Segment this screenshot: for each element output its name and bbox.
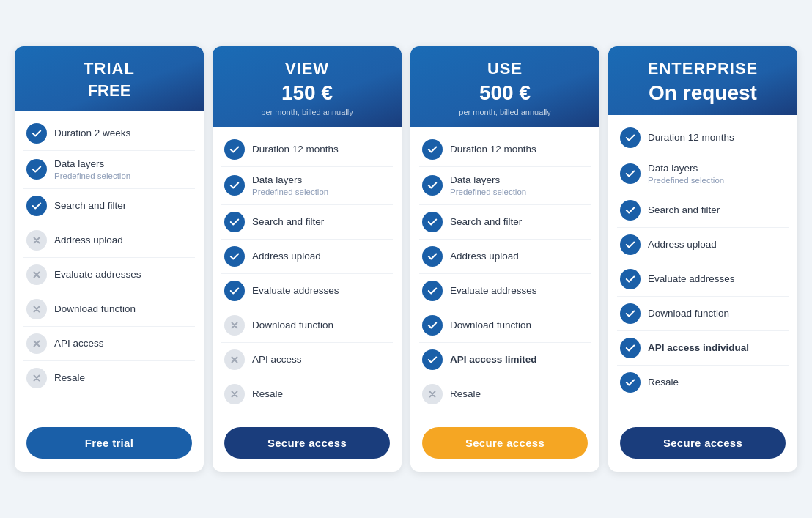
feature-item: Duration 12 months xyxy=(419,133,591,167)
pricing-grid: TRIALFREEDuration 2 weeksData layersPred… xyxy=(15,46,797,471)
check-icon xyxy=(224,281,245,301)
feature-label: Address upload xyxy=(252,250,321,263)
feature-sublabel: Predefined selection xyxy=(648,175,724,186)
feature-label: Evaluate addresses xyxy=(450,284,537,297)
cross-icon xyxy=(26,333,47,354)
footer-use: Secure access xyxy=(410,417,599,472)
check-icon xyxy=(224,246,245,267)
feature-item: API access individual xyxy=(617,331,789,366)
feature-label: Evaluate addresses xyxy=(648,273,735,286)
check-icon xyxy=(620,200,641,221)
cross-icon xyxy=(224,349,245,370)
cross-icon xyxy=(26,299,47,319)
footer-trial: Free trial xyxy=(15,417,204,472)
cta-button-view[interactable]: Secure access xyxy=(224,427,390,459)
plan-price-trial: FREE xyxy=(26,81,192,100)
cta-button-trial[interactable]: Free trial xyxy=(26,427,192,459)
feature-label: Evaluate addresses xyxy=(54,268,141,281)
feature-item: Download function xyxy=(617,297,789,331)
check-icon xyxy=(422,349,443,370)
card-trial: TRIALFREEDuration 2 weeksData layersPred… xyxy=(15,46,204,471)
feature-item: API access xyxy=(23,327,195,361)
feature-item: API access limited xyxy=(419,343,591,377)
check-icon xyxy=(422,139,443,160)
feature-item: Address upload xyxy=(419,240,591,274)
check-icon xyxy=(224,139,245,160)
check-icon xyxy=(224,212,245,232)
feature-item: Download function xyxy=(419,308,591,343)
plan-name-enterprise: ENTERPRISE xyxy=(620,59,786,78)
feature-label: Duration 2 weeks xyxy=(54,127,130,140)
feature-label: Search and filter xyxy=(648,204,720,217)
footer-view: Secure access xyxy=(213,417,402,472)
feature-sublabel: Predefined selection xyxy=(252,187,328,198)
check-icon xyxy=(620,303,641,324)
plan-name-trial: TRIAL xyxy=(26,59,192,78)
feature-label: Data layersPredefined selection xyxy=(648,162,724,185)
cross-icon xyxy=(26,368,47,388)
header-trial: TRIALFREE xyxy=(15,46,204,111)
check-icon xyxy=(620,234,641,255)
check-icon xyxy=(620,163,641,184)
feature-label: Download function xyxy=(450,319,531,332)
feature-label: Resale xyxy=(54,371,85,385)
feature-item: Duration 12 months xyxy=(221,133,393,167)
feature-label: Address upload xyxy=(648,238,717,251)
feature-item: Search and filter xyxy=(221,205,393,240)
check-icon xyxy=(422,315,443,336)
feature-item: Evaluate addresses xyxy=(617,262,789,297)
feature-label: Data layersPredefined selection xyxy=(54,158,130,181)
card-view: VIEW150 €per month, billed annuallyDurat… xyxy=(213,46,402,471)
cta-button-use[interactable]: Secure access xyxy=(422,427,588,459)
plan-price-view: 150 € xyxy=(224,81,390,105)
features-list-use: Duration 12 monthsData layersPredefined … xyxy=(410,127,599,416)
features-list-trial: Duration 2 weeksData layersPredefined se… xyxy=(15,111,204,416)
feature-label: Address upload xyxy=(450,250,519,263)
feature-label: Download function xyxy=(54,303,136,316)
feature-item: Address upload xyxy=(23,223,195,258)
feature-item: Evaluate addresses xyxy=(23,258,195,292)
plan-price-enterprise: On request xyxy=(620,81,786,105)
feature-item: Search and filter xyxy=(23,189,195,223)
feature-label: Duration 12 months xyxy=(450,143,536,156)
check-icon xyxy=(422,281,443,301)
feature-label: API access limited xyxy=(450,353,537,366)
plan-name-use: USE xyxy=(422,59,588,78)
feature-item: Address upload xyxy=(221,240,393,274)
features-list-view: Duration 12 monthsData layersPredefined … xyxy=(213,127,402,416)
check-icon xyxy=(422,246,443,267)
check-icon xyxy=(26,159,47,180)
feature-label: Download function xyxy=(648,307,729,320)
check-icon xyxy=(620,269,641,289)
feature-item: Data layersPredefined selection xyxy=(617,155,789,193)
feature-label: API access xyxy=(252,353,302,366)
feature-label: Search and filter xyxy=(450,215,522,229)
feature-item: Resale xyxy=(419,377,591,411)
footer-enterprise: Secure access xyxy=(608,417,797,472)
feature-item: Resale xyxy=(617,366,789,399)
check-icon xyxy=(620,372,641,393)
feature-item: Duration 2 weeks xyxy=(23,116,195,151)
plan-billing-view: per month, billed annually xyxy=(224,108,390,116)
feature-label: Data layersPredefined selection xyxy=(252,174,328,197)
feature-label: Data layersPredefined selection xyxy=(450,174,526,197)
feature-item: Evaluate addresses xyxy=(221,274,393,308)
feature-item: API access xyxy=(221,343,393,377)
feature-label: Duration 12 months xyxy=(648,131,734,144)
feature-label: Address upload xyxy=(54,234,123,247)
cta-button-enterprise[interactable]: Secure access xyxy=(620,427,786,459)
plan-name-view: VIEW xyxy=(224,59,390,78)
header-use: USE500 €per month, billed annually xyxy=(410,46,599,127)
check-icon xyxy=(422,175,443,196)
feature-label: Evaluate addresses xyxy=(252,284,339,297)
check-icon xyxy=(26,123,47,144)
feature-item: Data layersPredefined selection xyxy=(23,151,195,188)
feature-label: Download function xyxy=(252,319,333,332)
feature-label: Search and filter xyxy=(252,215,324,229)
header-enterprise: ENTERPRISEOn request xyxy=(608,46,797,115)
feature-item: Duration 12 months xyxy=(617,121,789,155)
feature-item: Data layersPredefined selection xyxy=(419,167,591,204)
cross-icon xyxy=(422,384,443,404)
feature-item: Search and filter xyxy=(617,193,789,228)
feature-label: Resale xyxy=(450,388,481,401)
